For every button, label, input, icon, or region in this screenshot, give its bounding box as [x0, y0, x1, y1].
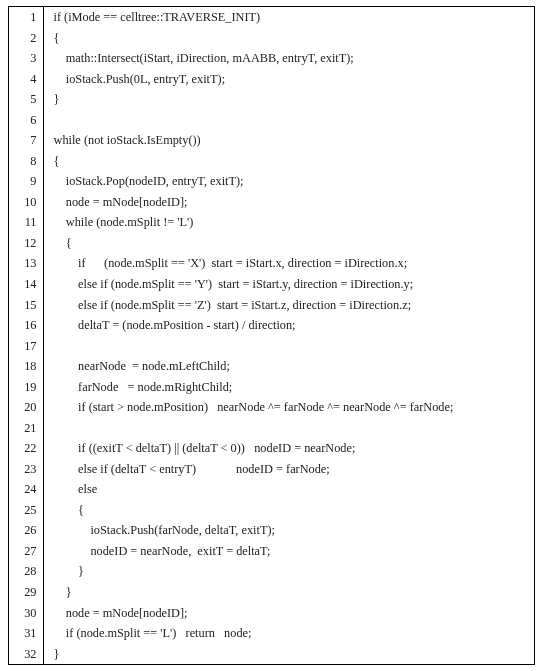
- line-code: deltaT = (node.mPosition - start) / dire…: [43, 315, 534, 336]
- code-line: 26 ioStack.Push(farNode, deltaT, exitT);: [9, 520, 534, 541]
- line-number: 27: [9, 541, 43, 562]
- code-line: 27 nodeID = nearNode, exitT = deltaT;: [9, 541, 534, 562]
- code-line: 21: [9, 418, 534, 439]
- code-line: 3 math::Intersect(iStart, iDirection, mA…: [9, 48, 534, 69]
- code-line: 6: [9, 110, 534, 131]
- line-number: 30: [9, 602, 43, 623]
- line-number: 23: [9, 459, 43, 480]
- line-number: 4: [9, 69, 43, 90]
- line-code: farNode = node.mRightChild;: [43, 377, 534, 398]
- code-line: 32}: [9, 643, 534, 664]
- code-line: 5}: [9, 89, 534, 110]
- line-number: 13: [9, 253, 43, 274]
- code-line: 14 else if (node.mSplit == 'Y') start = …: [9, 274, 534, 295]
- line-number: 5: [9, 89, 43, 110]
- line-code: else if (node.mSplit == 'Z') start = iSt…: [43, 294, 534, 315]
- code-line: 19 farNode = node.mRightChild;: [9, 377, 534, 398]
- line-number: 24: [9, 479, 43, 500]
- code-line: 13 if (node.mSplit == 'X') start = iStar…: [9, 253, 534, 274]
- line-number: 26: [9, 520, 43, 541]
- code-line: 16 deltaT = (node.mPosition - start) / d…: [9, 315, 534, 336]
- line-code: nearNode = node.mLeftChild;: [43, 356, 534, 377]
- line-number: 29: [9, 582, 43, 603]
- line-code: }: [43, 561, 534, 582]
- code-line: 11 while (node.mSplit != 'L'): [9, 212, 534, 233]
- line-code: math::Intersect(iStart, iDirection, mAAB…: [43, 48, 534, 69]
- line-number: 9: [9, 171, 43, 192]
- line-number: 19: [9, 377, 43, 398]
- code-line: 17: [9, 336, 534, 357]
- line-number: 16: [9, 315, 43, 336]
- line-code: while (node.mSplit != 'L'): [43, 212, 534, 233]
- line-code: else if (node.mSplit == 'Y') start = iSt…: [43, 274, 534, 295]
- line-code: if (node.mSplit == 'L') return node;: [43, 623, 534, 644]
- line-code: if (start > node.mPosition) nearNode ^= …: [43, 397, 534, 418]
- code-line: 10 node = mNode[nodeID];: [9, 192, 534, 213]
- line-number: 14: [9, 274, 43, 295]
- line-number: 1: [9, 7, 43, 28]
- line-number: 7: [9, 130, 43, 151]
- code-line: 20 if (start > node.mPosition) nearNode …: [9, 397, 534, 418]
- code-line: 22 if ((exitT < deltaT) || (deltaT < 0))…: [9, 438, 534, 459]
- code-line: 31 if (node.mSplit == 'L') return node;: [9, 623, 534, 644]
- line-number: 32: [9, 643, 43, 664]
- code-line: 18 nearNode = node.mLeftChild;: [9, 356, 534, 377]
- line-code: [43, 418, 534, 439]
- code-line: 8{: [9, 151, 534, 172]
- code-line: 30 node = mNode[nodeID];: [9, 602, 534, 623]
- code-line: 29 }: [9, 582, 534, 603]
- line-code: node = mNode[nodeID];: [43, 602, 534, 623]
- line-code: }: [43, 89, 534, 110]
- line-code: }: [43, 643, 534, 664]
- line-number: 18: [9, 356, 43, 377]
- line-code: {: [43, 500, 534, 521]
- line-code: }: [43, 582, 534, 603]
- line-code: nodeID = nearNode, exitT = deltaT;: [43, 541, 534, 562]
- line-number: 12: [9, 233, 43, 254]
- code-line: 12 {: [9, 233, 534, 254]
- line-code: [43, 110, 534, 131]
- line-code: {: [43, 233, 534, 254]
- line-number: 28: [9, 561, 43, 582]
- line-number: 20: [9, 397, 43, 418]
- line-number: 3: [9, 48, 43, 69]
- line-number: 22: [9, 438, 43, 459]
- line-number: 25: [9, 500, 43, 521]
- line-number: 11: [9, 212, 43, 233]
- line-code: if (node.mSplit == 'X') start = iStart.x…: [43, 253, 534, 274]
- line-code: if (iMode == celltree::TRAVERSE_INIT): [43, 7, 534, 28]
- code-line: 9 ioStack.Pop(nodeID, entryT, exitT);: [9, 171, 534, 192]
- line-number: 21: [9, 418, 43, 439]
- code-line: 28 }: [9, 561, 534, 582]
- line-code: else: [43, 479, 534, 500]
- line-number: 31: [9, 623, 43, 644]
- line-code: ioStack.Push(farNode, deltaT, exitT);: [43, 520, 534, 541]
- line-number: 6: [9, 110, 43, 131]
- code-line: 24 else: [9, 479, 534, 500]
- code-line: 4 ioStack.Push(0L, entryT, exitT);: [9, 69, 534, 90]
- line-number: 17: [9, 336, 43, 357]
- line-code: ioStack.Pop(nodeID, entryT, exitT);: [43, 171, 534, 192]
- line-code: [43, 336, 534, 357]
- code-line: 7while (not ioStack.IsEmpty()): [9, 130, 534, 151]
- line-code: node = mNode[nodeID];: [43, 192, 534, 213]
- line-code: else if (deltaT < entryT) nodeID = farNo…: [43, 459, 534, 480]
- code-line: 1if (iMode == celltree::TRAVERSE_INIT): [9, 7, 534, 28]
- code-listing: 1if (iMode == celltree::TRAVERSE_INIT)2{…: [9, 7, 534, 664]
- code-line: 15 else if (node.mSplit == 'Z') start = …: [9, 294, 534, 315]
- line-code: while (not ioStack.IsEmpty()): [43, 130, 534, 151]
- code-line: 23 else if (deltaT < entryT) nodeID = fa…: [9, 459, 534, 480]
- line-number: 8: [9, 151, 43, 172]
- code-lines: 1if (iMode == celltree::TRAVERSE_INIT)2{…: [9, 7, 534, 664]
- code-line: 25 {: [9, 500, 534, 521]
- line-number: 2: [9, 28, 43, 49]
- line-number: 15: [9, 294, 43, 315]
- line-code: ioStack.Push(0L, entryT, exitT);: [43, 69, 534, 90]
- line-code: {: [43, 28, 534, 49]
- code-line: 2{: [9, 28, 534, 49]
- code-listing-frame: 1if (iMode == celltree::TRAVERSE_INIT)2{…: [8, 6, 535, 665]
- line-code: {: [43, 151, 534, 172]
- line-number: 10: [9, 192, 43, 213]
- line-code: if ((exitT < deltaT) || (deltaT < 0)) no…: [43, 438, 534, 459]
